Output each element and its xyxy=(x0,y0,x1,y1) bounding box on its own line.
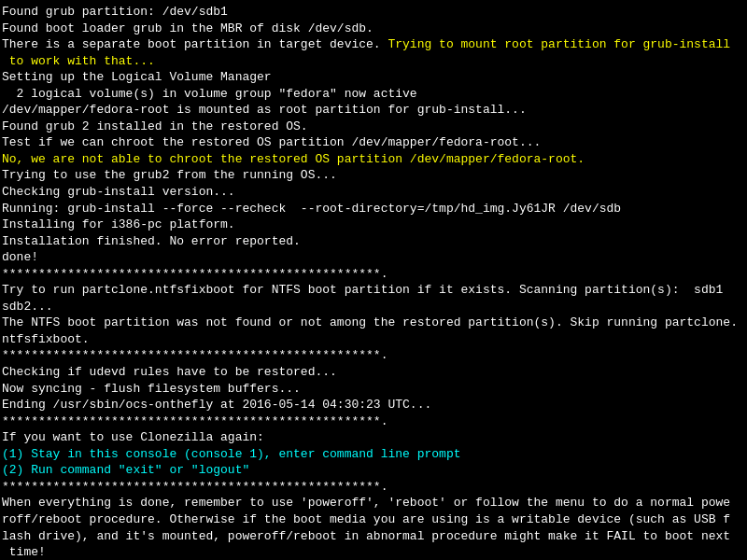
terminal-line: Trying to use the grub2 from the running… xyxy=(2,167,745,184)
terminal-line: Try to run partclone.ntfsfixboot for NTF… xyxy=(2,282,745,299)
terminal-line: 2 logical volume(s) in volume group "fed… xyxy=(2,86,745,103)
terminal-line: Running: grub-install --force --recheck … xyxy=(2,201,745,217)
terminal-line: ****************************************… xyxy=(2,266,745,283)
terminal-line: When everything is done, remember to use… xyxy=(2,495,745,511)
terminal-line: Checking grub-install version... xyxy=(2,184,745,201)
terminal-line: Now syncing - flush filesystem buffers..… xyxy=(2,381,745,398)
terminal-line: The NTFS boot partition was not found or… xyxy=(2,315,745,331)
terminal-line: Installation finished. No error reported… xyxy=(2,233,745,250)
terminal-line: If you want to use Clonezilla again: xyxy=(2,429,745,446)
terminal-line: There is a separate boot partition in ta… xyxy=(2,36,745,53)
terminal-line: ntfsfixboot. xyxy=(2,331,745,348)
terminal-window: Found grub partition: /dev/sdb1 Found bo… xyxy=(0,0,747,560)
terminal-line: Installing for i386-pc platform. xyxy=(2,217,745,233)
terminal-line: ****************************************… xyxy=(2,413,745,430)
terminal-line: (2) Run command "exit" or "logout" xyxy=(2,462,745,479)
terminal-line: Ending /usr/sbin/ocs-onthefly at 2016-05… xyxy=(2,397,745,413)
terminal-line: No, we are not able to chroot the restor… xyxy=(2,151,745,168)
terminal-line: lash drive), and it's mounted, poweroff/… xyxy=(2,528,745,545)
terminal-line: Checking if udevd rules have to be resto… xyxy=(2,364,745,381)
terminal-line: Found boot loader grub in the MBR of dis… xyxy=(2,21,745,37)
terminal-line: /dev/mapper/fedora-root is mounted as ro… xyxy=(2,102,745,119)
terminal-line: Found grub 2 installed in the restored O… xyxy=(2,119,745,135)
terminal-line: to work with that... xyxy=(2,53,745,70)
terminal-line: sdb2... xyxy=(2,299,745,315)
terminal-line: ****************************************… xyxy=(2,347,745,364)
terminal-line: done! xyxy=(2,249,745,266)
terminal-line: roff/reboot procedure. Otherwise if the … xyxy=(2,511,745,528)
terminal-line: ****************************************… xyxy=(2,479,745,496)
terminal-line: Found grub partition: /dev/sdb1 xyxy=(2,4,745,21)
terminal-line: time! xyxy=(2,544,745,560)
terminal-line: (1) Stay in this console (console 1), en… xyxy=(2,446,745,463)
terminal-line: Test if we can chroot the restored OS pa… xyxy=(2,134,745,151)
terminal-line: Setting up the Logical Volume Manager xyxy=(2,69,745,86)
